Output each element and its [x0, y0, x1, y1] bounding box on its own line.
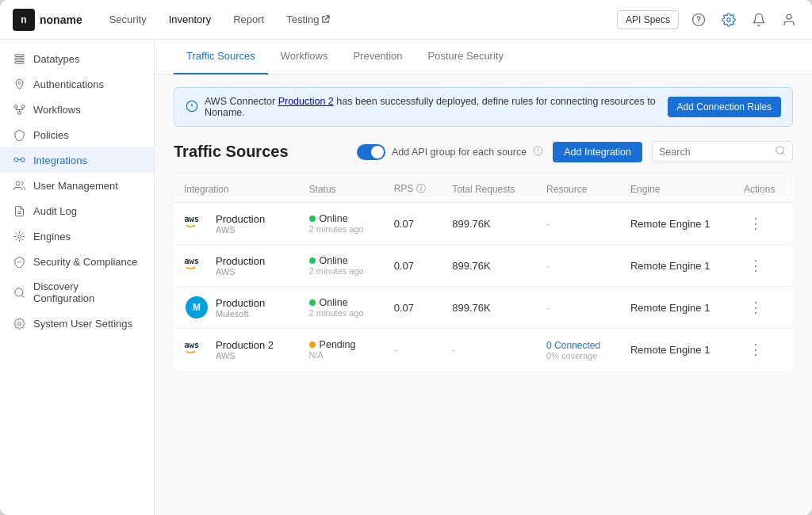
sidebar-item-system-user-settings[interactable]: System User Settings: [0, 311, 154, 336]
external-link-icon: [321, 15, 330, 24]
policies-icon: [13, 128, 25, 141]
toggle-area: Add API group for each source: [357, 144, 543, 160]
total-requests-cell-2: 899.76K: [442, 245, 537, 287]
alert-message: AWS Connector Production 2 has been succ…: [205, 96, 668, 118]
sidebar-label-system-user-settings: System User Settings: [33, 318, 132, 330]
actions-cell-3: ⋮: [734, 287, 792, 329]
col-status: Status: [300, 176, 385, 203]
sidebar-label-security-compliance: Security & Compliance: [33, 256, 138, 268]
app-window: n noname Security Inventory Report Testi…: [0, 0, 812, 515]
api-group-toggle[interactable]: [357, 144, 385, 160]
tab-prevention[interactable]: Prevention: [340, 40, 415, 74]
more-actions-btn-2[interactable]: ⋮: [744, 255, 768, 276]
datatypes-icon: [13, 52, 25, 65]
more-actions-btn-3[interactable]: ⋮: [744, 297, 768, 318]
section-header: Traffic Sources Add API group for each s…: [174, 141, 793, 162]
notifications-icon[interactable]: [749, 10, 769, 30]
integration-cell-3: M Production Mulesoft: [174, 287, 300, 329]
status-dot-pending: [309, 341, 316, 348]
sidebar-label-datatypes: Datatypes: [33, 53, 80, 65]
sidebar-item-discovery-configuration[interactable]: Discovery Configuration: [0, 274, 154, 311]
sidebar-item-policies[interactable]: Policies: [0, 122, 154, 147]
rps-cell-2: 0.07: [385, 245, 443, 287]
svg-rect-5: [14, 61, 23, 63]
nav-security[interactable]: Security: [108, 10, 148, 29]
table-row: aws Production 2 AWS: [174, 329, 793, 371]
sidebar-item-datatypes[interactable]: Datatypes: [0, 46, 154, 71]
sidebar-label-engines: Engines: [33, 231, 71, 242]
security-icon: [13, 255, 25, 268]
add-integration-button[interactable]: Add Integration: [553, 142, 642, 162]
sidebar-item-user-management[interactable]: User Management: [0, 173, 154, 198]
engine-cell-4: Remote Engine 1: [621, 329, 734, 371]
table-row: aws Production AWS: [174, 203, 793, 245]
svg-text:aws: aws: [184, 216, 199, 223]
rps-cell-1: 0.07: [385, 203, 443, 245]
sidebar-item-audit-log[interactable]: Audit Log: [0, 198, 154, 223]
status-dot-online-3: [309, 299, 316, 306]
table-header-row: Integration Status RPS ⓘ Total Requests …: [174, 176, 793, 203]
section-title: Traffic Sources: [174, 143, 347, 161]
col-rps: RPS ⓘ: [385, 176, 443, 203]
logo-box: n: [13, 9, 35, 31]
more-actions-btn-4[interactable]: ⋮: [744, 339, 768, 360]
topnav-right: API Specs: [617, 10, 799, 30]
toggle-info-icon[interactable]: [533, 146, 543, 158]
add-connection-rules-button[interactable]: Add Connection Rules: [668, 97, 781, 117]
nav-inventory[interactable]: Inventory: [167, 10, 213, 29]
inner-content: AWS Connector Production 2 has been succ…: [155, 74, 812, 515]
info-circle-icon: [186, 100, 198, 115]
engine-cell-1: Remote Engine 1: [621, 203, 734, 245]
tab-workflows[interactable]: Workflows: [268, 40, 341, 74]
svg-text:aws: aws: [184, 341, 199, 349]
integration-cell-2: aws Production AWS: [174, 245, 300, 287]
sidebar-item-workflows[interactable]: Workflows: [0, 97, 154, 122]
sidebar-label-workflows: Workflows: [33, 104, 81, 116]
svg-rect-10: [14, 158, 17, 161]
integration-info-2: Production AWS: [216, 255, 265, 277]
col-engine: Engine: [621, 176, 734, 203]
resource-cell-1: -: [537, 203, 621, 245]
actions-cell-1: ⋮: [734, 203, 792, 245]
tab-traffic-sources[interactable]: Traffic Sources: [174, 40, 268, 74]
svg-point-12: [16, 181, 20, 185]
tab-posture-security[interactable]: Posture Security: [416, 40, 516, 74]
mulesoft-logo: M: [184, 295, 209, 320]
resource-cell-4: 0 Connected 0% coverage: [537, 329, 621, 371]
sidebar-label-discovery-configuration: Discovery Configuration: [33, 280, 141, 304]
svg-point-23: [538, 152, 538, 153]
topnav: n noname Security Inventory Report Testi…: [0, 0, 812, 40]
table-row: aws Production AWS: [174, 245, 793, 287]
alert-left: AWS Connector Production 2 has been succ…: [186, 96, 668, 118]
more-actions-btn-1[interactable]: ⋮: [744, 213, 768, 234]
workflows-icon: [13, 103, 25, 116]
search-icon: [775, 145, 786, 158]
nav-testing[interactable]: Testing: [285, 10, 331, 29]
svg-point-15: [17, 235, 21, 238]
integration-info-4: Production 2 AWS: [216, 339, 274, 360]
integration-info-3: Production Mulesoft: [216, 297, 265, 319]
alert-connector-link[interactable]: Production 2: [278, 96, 334, 107]
nav-report[interactable]: Report: [232, 10, 266, 29]
profile-icon[interactable]: [779, 10, 799, 30]
aws-logo-2: aws: [184, 253, 209, 278]
audit-icon: [13, 204, 25, 217]
sidebar-item-security-compliance[interactable]: Security & Compliance: [0, 249, 154, 274]
settings-icon[interactable]: [718, 10, 739, 30]
status-cell-1: Online 2 minutes ago: [300, 203, 385, 245]
sidebar-item-engines[interactable]: Engines: [0, 223, 154, 249]
search-input[interactable]: [659, 147, 770, 158]
sidebar-item-integrations[interactable]: Integrations: [0, 147, 154, 173]
aws-logo-1: aws: [184, 211, 209, 236]
sidebar-item-authentications[interactable]: Authentications: [0, 71, 154, 97]
col-resource: Resource: [537, 176, 621, 203]
resource-connected-link[interactable]: 0 Connected: [546, 340, 600, 351]
svg-point-1: [698, 22, 699, 23]
engines-icon: [13, 230, 25, 242]
api-specs-button[interactable]: API Specs: [617, 10, 679, 29]
col-integration: Integration: [174, 176, 300, 203]
toggle-label: Add API group for each source: [392, 147, 527, 158]
resource-cell-2: -: [537, 245, 621, 287]
help-icon[interactable]: [688, 10, 709, 30]
main: Datatypes Authentications Workflows Poli…: [0, 40, 812, 515]
